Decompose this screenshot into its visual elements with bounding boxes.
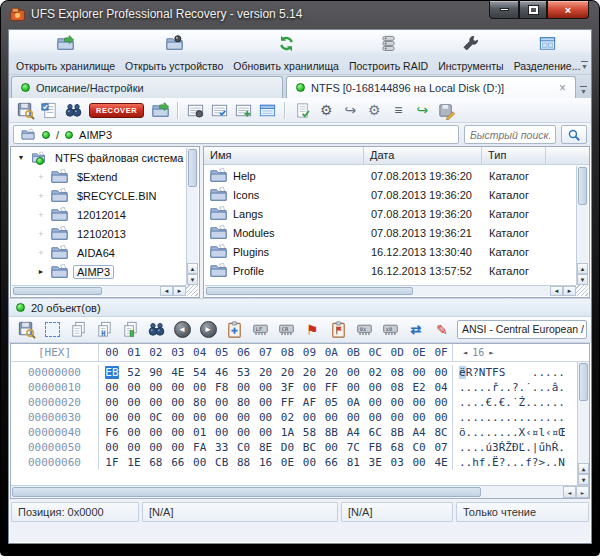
hex-byte[interactable]: 00: [167, 395, 189, 410]
hex-byte[interactable]: AF: [298, 395, 320, 410]
toolbar-button-folder-arrow[interactable]: Открыть хранилище: [11, 32, 120, 73]
hex-toolbar-button-chip-cr[interactable]: [273, 319, 299, 340]
hex-byte[interactable]: 00: [101, 380, 123, 395]
hex-toolbar-button-selection[interactable]: [39, 319, 65, 340]
hex-byte[interactable]: 00: [298, 380, 320, 395]
breadcrumb-current-folder[interactable]: AIMP3: [79, 129, 112, 141]
hex-byte[interactable]: 3F: [277, 380, 299, 395]
toolbar-button-binoculars[interactable]: [61, 100, 85, 121]
hex-byte[interactable]: 1E: [123, 455, 145, 470]
hex-byte[interactable]: D0: [277, 440, 299, 455]
tab-ntfs-partition[interactable]: NTFS [0-168144896 на Local Disk (D:)] ×: [286, 76, 576, 98]
hex-byte[interactable]: 05: [320, 395, 342, 410]
hex-toolbar-button-chip-lf[interactable]: [247, 319, 273, 340]
breadcrumb[interactable]: / AIMP3: [13, 125, 459, 144]
hex-byte[interactable]: C0: [408, 440, 430, 455]
scroll-left-icon[interactable]: ◄: [160, 286, 173, 296]
hex-byte[interactable]: 08: [386, 365, 408, 380]
hex-byte[interactable]: 00: [123, 395, 145, 410]
column-header-type[interactable]: Тип: [482, 147, 546, 164]
hex-byte[interactable]: 00: [430, 395, 452, 410]
hex-byte[interactable]: FF: [277, 395, 299, 410]
hex-byte[interactable]: 0A: [342, 395, 364, 410]
hex-toolbar-button-edit-red[interactable]: ✎: [429, 319, 455, 340]
expand-icon[interactable]: +: [36, 248, 46, 258]
toolbar-button-floppy-mag[interactable]: [13, 100, 37, 121]
toolbar-button-text-lines[interactable]: ≡: [386, 100, 410, 121]
hex-toolbar-button-binoculars[interactable]: [143, 319, 169, 340]
column-header-name[interactable]: Имя: [204, 147, 364, 164]
hex-byte[interactable]: 80: [233, 395, 255, 410]
hex-byte[interactable]: 00: [211, 425, 233, 440]
search-button[interactable]: [561, 125, 587, 144]
hex-ansi-text[interactable]: ................: [453, 410, 589, 425]
hex-toolbar-button-refresh-blue[interactable]: ⇄: [403, 319, 429, 340]
tab-description-settings[interactable]: Описание/Настройки: [11, 76, 283, 98]
hex-byte[interactable]: 00: [145, 395, 167, 410]
hex-byte[interactable]: 02: [277, 410, 299, 425]
toolbar-button-folder-device[interactable]: Открыть устройство: [120, 32, 228, 73]
hex-ansi-text[interactable]: ö........X‹¤l‹¤Œ: [453, 425, 589, 440]
hex-byte[interactable]: 00: [145, 425, 167, 440]
hex-byte[interactable]: 03: [386, 455, 408, 470]
hex-byte[interactable]: 00: [101, 410, 123, 425]
hex-byte[interactable]: 00: [167, 380, 189, 395]
hex-byte[interactable]: 00: [408, 395, 430, 410]
hex-byte[interactable]: 00: [430, 365, 452, 380]
hex-ansi-text[interactable]: ....€.€.˙Ż......: [453, 395, 589, 410]
hex-byte[interactable]: E2: [408, 380, 430, 395]
hex-byte[interactable]: 00: [408, 410, 430, 425]
hex-byte[interactable]: 00: [298, 455, 320, 470]
hex-byte[interactable]: 16: [255, 455, 277, 470]
file-row-modules[interactable]: Modules07.08.2013 19:36:21Каталог: [205, 223, 576, 242]
hex-byte[interactable]: FB: [364, 440, 386, 455]
hex-toolbar-button-nav-back[interactable]: ◄: [169, 319, 195, 340]
tree-root-item[interactable]: ▼NTFS файловая система: [12, 148, 186, 167]
tree-horizontal-scrollbar[interactable]: ◄ ►: [12, 285, 186, 296]
hex-byte[interactable]: 1A: [277, 425, 299, 440]
hex-byte[interactable]: 00: [364, 380, 386, 395]
hex-byte[interactable]: 46: [211, 365, 233, 380]
hex-byte[interactable]: 00: [408, 365, 430, 380]
hex-byte[interactable]: 8B: [386, 425, 408, 440]
file-row-profile[interactable]: Profile16.12.2013 13:57:52Каталог: [205, 261, 576, 280]
hex-toolbar-button-chip-x0[interactable]: [377, 319, 403, 340]
scroll-down-icon[interactable]: ▼: [577, 274, 588, 285]
hex-byte[interactable]: 01: [189, 425, 211, 440]
hex-byte[interactable]: 33: [211, 440, 233, 455]
hex-byte[interactable]: 02: [364, 365, 386, 380]
hex-body[interactable]: 00000000EB52904E544653202020200002080000…: [11, 362, 589, 485]
hex-byte[interactable]: 00: [211, 395, 233, 410]
file-row-plugins[interactable]: Plugins16.12.2013 13:30:40Каталог: [205, 242, 576, 261]
expand-icon[interactable]: +: [36, 191, 46, 201]
hex-vertical-scrollbar[interactable]: ▲ ▼: [577, 362, 589, 485]
hex-byte[interactable]: 4E: [167, 365, 189, 380]
scrollbar-thumb[interactable]: [579, 363, 588, 401]
hex-byte[interactable]: 20: [320, 365, 342, 380]
hex-byte[interactable]: 00: [145, 380, 167, 395]
hex-byte[interactable]: 68: [386, 440, 408, 455]
hex-byte[interactable]: 1F: [101, 455, 123, 470]
hex-byte[interactable]: 8C: [430, 425, 452, 440]
scrollbar-thumb[interactable]: [12, 487, 481, 497]
scroll-right-icon[interactable]: ►: [563, 286, 576, 296]
toolbar-button-gear-sync[interactable]: ⚙: [362, 100, 386, 121]
resize-grip[interactable]: [576, 285, 588, 296]
hex-byte[interactable]: 00: [364, 410, 386, 425]
hex-ansi-text[interactable]: ëR?NTFS .....: [453, 365, 589, 380]
hex-byte[interactable]: 00: [255, 380, 277, 395]
hex-byte[interactable]: 00: [342, 380, 364, 395]
hex-byte[interactable]: 53: [233, 365, 255, 380]
scroll-left-icon[interactable]: ◄: [550, 286, 563, 296]
hex-byte[interactable]: 00: [167, 410, 189, 425]
hex-byte[interactable]: 00: [386, 395, 408, 410]
recover-button[interactable]: RECOVER: [89, 103, 144, 118]
hex-byte[interactable]: 8E: [255, 440, 277, 455]
toolbar-button-raid[interactable]: Построить RAID: [344, 32, 433, 73]
hex-byte[interactable]: 8B: [320, 425, 342, 440]
hex-byte[interactable]: 00: [189, 410, 211, 425]
hex-byte[interactable]: A4: [408, 425, 430, 440]
hex-ansi-text[interactable]: ....ú3ŔŽĐĽ.|űhŔ.: [453, 440, 589, 455]
hex-byte[interactable]: 20: [277, 365, 299, 380]
collapse-icon[interactable]: ▼: [16, 154, 26, 161]
